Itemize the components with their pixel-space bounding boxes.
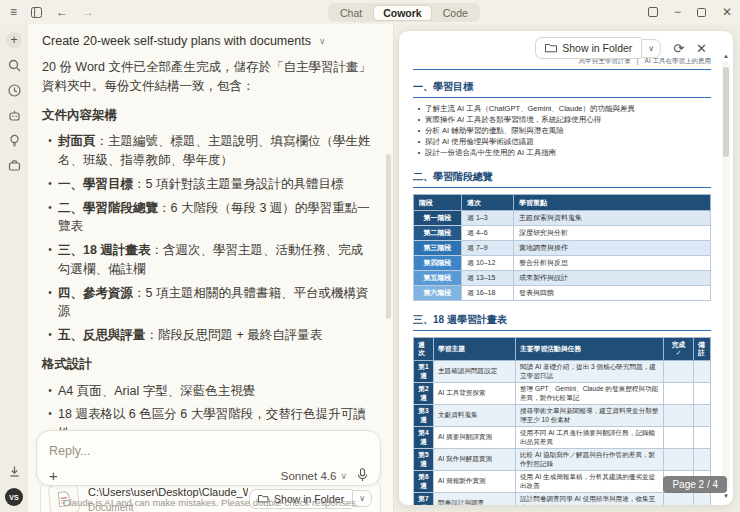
message-intro: 20 份 Word 文件已全部產生完成，儲存於「自主學習計畫」資料夾中。每份文件… <box>42 58 375 96</box>
table-row: 第5週AI 寫作與解題實測比較 AI 協助寫作／解題與自行作答的差異，製作對照記… <box>414 449 711 471</box>
assistant-message: 20 份 Word 文件已全部產生完成，儲存於「自主學習計畫」資料夾中。每份文件… <box>28 52 393 467</box>
chevron-down-icon: ∨ <box>340 471 347 481</box>
section-weekly-heading: 三、18 週學習計畫表 <box>413 313 711 331</box>
tab-code[interactable]: Code <box>434 6 477 20</box>
preview-show-in-folder-menu-button[interactable]: ∨ <box>641 39 661 58</box>
forward-icon[interactable]: → <box>82 6 94 18</box>
microphone-icon[interactable] <box>357 468 368 484</box>
list-item: •A4 頁面、Arial 字型、深藍色主視覺 <box>42 382 375 401</box>
new-chat-icon[interactable]: + <box>6 32 22 48</box>
stage-table: 階段 週次 學習重點 第一階段週 1–3主題探索與資料蒐集 第二階段週 4–6深… <box>413 194 711 301</box>
reply-input[interactable] <box>49 444 368 458</box>
chat-scrollbar[interactable] <box>386 154 391 319</box>
page-indicator-badge: Page 2 / 4 <box>663 476 727 493</box>
list-item: •二、學習階段總覽：6 大階段（每段 3 週）的學習重點一覽表 <box>42 199 375 237</box>
section-stages-heading: 二、學習階段總覽 <box>413 170 711 188</box>
table-row: 第五階段週 13–15成果製作與設計 <box>414 271 711 286</box>
menu-icon[interactable]: ≡ <box>10 6 17 18</box>
list-item: •一、學習目標：5 項針對該主題量身設計的具體目標 <box>42 175 375 194</box>
list-item: •四、參考資源：5 項主題相關的具體書籍、平台或機構資源 <box>42 284 375 322</box>
table-row: 第1週主題確認與問題設定閱讀 AI 基礎介紹，提出 3 個核心研究問題，建立學習… <box>414 361 711 383</box>
preview-scrollbar[interactable]: ▲ ▼ <box>721 53 731 499</box>
table-row: 第4週AI 摘要與翻譯實測使用不同 AI 工具進行摘要與翻譯任務，記錄輸出品質差… <box>414 427 711 449</box>
left-rail: + VS <box>0 24 28 512</box>
model-selector[interactable]: Sonnet 4.6 ∨ <box>281 470 347 482</box>
close-window-icon[interactable]: ✕ <box>722 6 732 18</box>
table-row: 第一階段週 1–3主題探索與資料蒐集 <box>414 211 711 226</box>
chevron-down-icon: ∨ <box>319 36 326 46</box>
chat-panel: Create 20-week self-study plans with doc… <box>28 24 394 512</box>
refresh-icon[interactable]: ⟳ <box>673 41 684 56</box>
preview-show-in-folder-button[interactable]: Show in Folder <box>535 37 641 59</box>
structure-list: •封面頁：主題編號、標題、主題說明、填寫欄位（學生姓名、班級、指導教師、學年度）… <box>42 132 375 345</box>
titlebar: ≡ ← → Chat Cowork Code − ✕ <box>0 0 740 24</box>
briefcase-icon[interactable] <box>5 156 23 174</box>
sidebar-toggle-icon[interactable] <box>31 7 42 18</box>
close-preview-icon[interactable]: ✕ <box>696 41 707 56</box>
table-row: 第7週問卷設計與調查設計問卷調查同學 AI 使用頻率與用途，收集至少 20 份回… <box>414 493 711 507</box>
scroll-up-icon[interactable]: ▲ <box>723 53 729 59</box>
agent-icon[interactable] <box>5 106 23 124</box>
list-item: •封面頁：主題編號、標題、主題說明、填寫欄位（學生姓名、班級、指導教師、學年度） <box>42 132 375 170</box>
popout-icon[interactable] <box>648 7 658 17</box>
avatar[interactable]: VS <box>5 488 23 506</box>
tab-cowork[interactable]: Cowork <box>373 5 432 21</box>
preview-panel: Show in Folder ∨ ⟳ ✕ 高中自主學習計畫 | AI 工具在學習… <box>398 30 734 506</box>
table-row: 第二階段週 4–6深度研究與分析 <box>414 226 711 241</box>
table-row: 第3週文獻資料蒐集搜尋學術文章與新聞報導，建立資料夾並分類整理至少 10 份素材 <box>414 405 711 427</box>
scroll-down-icon[interactable]: ▼ <box>723 493 729 499</box>
table-row: 第六階段週 16–18發表與回饋 <box>414 286 711 301</box>
history-icon[interactable] <box>5 81 23 99</box>
attach-plus-icon[interactable]: + <box>49 467 58 484</box>
scrollbar-thumb[interactable] <box>723 67 729 157</box>
section-goals-heading: 一、學習目標 <box>413 80 711 98</box>
search-icon[interactable] <box>5 56 23 74</box>
document-page: 高中自主學習計畫 | AI 工具在學習上的應用 一、學習目標 •了解主流 AI … <box>413 57 711 505</box>
disclaimer-text: Claude is AI and can make mistakes. Plea… <box>28 497 393 508</box>
table-row: 第2週AI 工具背景探索整理 GPT、Gemini、Claude 的發展歷程與功… <box>414 383 711 405</box>
back-icon[interactable]: ← <box>56 6 68 18</box>
model-name: Sonnet 4.6 <box>281 470 337 482</box>
lightbulb-icon[interactable] <box>5 131 23 149</box>
minimize-icon[interactable]: − <box>674 6 681 18</box>
reply-box[interactable]: + Sonnet 4.6 ∨ <box>36 430 381 486</box>
list-item: •三、18 週計畫表：含週次、學習主題、活動任務、完成勾選欄、備註欄 <box>42 241 375 279</box>
list-item: •五、反思與評量：階段反思問題 + 最終自評量表 <box>42 326 375 345</box>
mode-tabs: Chat Cowork Code <box>328 3 480 22</box>
conversation-title-label: Create 20-week self-study plans with doc… <box>42 34 311 48</box>
format-heading: 格式設計 <box>42 355 375 374</box>
tab-chat[interactable]: Chat <box>331 6 371 20</box>
maximize-icon[interactable] <box>697 8 706 17</box>
goals-list: •了解主流 AI 工具（ChatGPT、Gemini、Claude）的功能與差異… <box>413 103 711 158</box>
structure-heading: 文件內容架構 <box>42 106 375 125</box>
table-row: 第三階段週 7–9實地調查與操作 <box>414 241 711 256</box>
conversation-title[interactable]: Create 20-week self-study plans with doc… <box>28 24 393 52</box>
download-icon[interactable] <box>5 462 23 480</box>
table-row: 第四階段週 10–12整合分析與反思 <box>414 256 711 271</box>
